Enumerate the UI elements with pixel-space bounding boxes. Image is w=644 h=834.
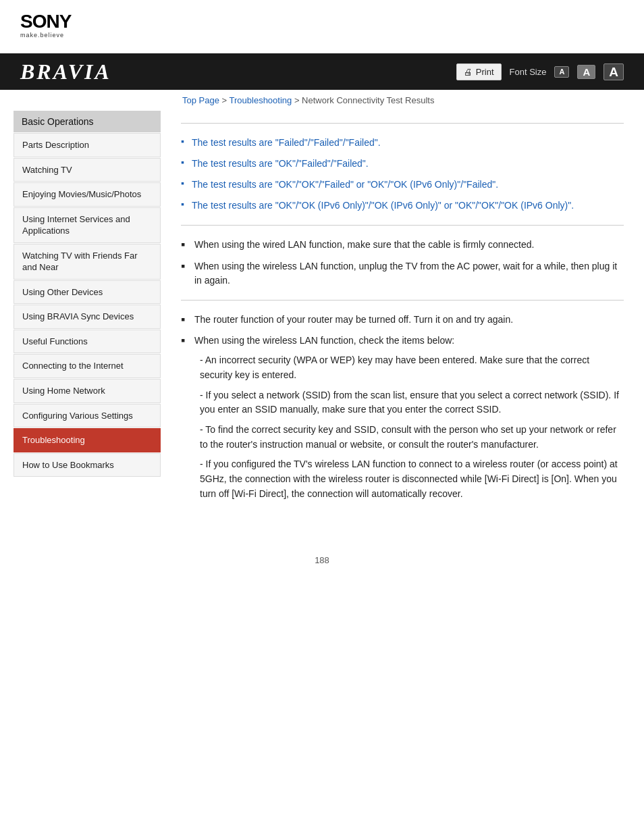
breadcrumb-sep2: >: [292, 95, 302, 105]
sidebar-item-useful-functions[interactable]: Useful Functions: [14, 330, 161, 354]
link-ok-ok-failed[interactable]: The test results are "OK"/"OK"/"Failed" …: [192, 179, 498, 190]
list-item[interactable]: The test results are "OK"/"Failed"/"Fail…: [181, 157, 624, 171]
sony-logo-text: SONY: [20, 12, 71, 31]
sub-bullet-5ghz: If you configured the TV's wireless LAN …: [194, 457, 624, 501]
print-icon: 🖨: [464, 67, 473, 77]
sidebar-item-internet-services[interactable]: Using Internet Services and Applications: [14, 207, 161, 243]
link-failed-failed-failed[interactable]: The test results are "Failed"/"Failed"/"…: [192, 137, 381, 148]
font-medium-button[interactable]: A: [577, 65, 595, 79]
link-ok-failed-failed[interactable]: The test results are "OK"/"Failed"/"Fail…: [192, 158, 369, 169]
toolbar-right: 🖨 Print Font Size A A A: [456, 63, 624, 80]
breadcrumb-sep1: >: [219, 95, 230, 105]
bravia-bar: BRAVIA 🖨 Print Font Size A A A: [0, 53, 644, 90]
breadcrumb: Top Page > Troubleshooting > Network Con…: [0, 90, 644, 111]
sidebar-item-watching-friends[interactable]: Watching TV with Friends Far and Near: [14, 244, 161, 280]
breadcrumb-troubleshooting[interactable]: Troubleshooting: [230, 95, 292, 105]
sidebar-item-home-network[interactable]: Using Home Network: [14, 379, 161, 403]
bullet-dot: ▪: [181, 259, 192, 288]
bravia-title: BRAVIA: [20, 59, 111, 84]
list-item[interactable]: The test results are "OK"/"OK"/"Failed" …: [181, 178, 624, 192]
sidebar-item-connecting-internet[interactable]: Connecting to the Internet: [14, 354, 161, 378]
list-item[interactable]: The test results are "OK"/"OK (IPv6 Only…: [181, 199, 624, 213]
sidebar-item-bravia-sync[interactable]: Using BRAVIA Sync Devices: [14, 305, 161, 329]
bullet-text-wireless-unplug: When using the wireless LAN function, un…: [194, 259, 624, 288]
section3-bullets: ▪ The router function of your router may…: [181, 313, 624, 507]
sidebar-section-troubleshooting[interactable]: Troubleshooting: [14, 428, 161, 452]
divider-section2: [181, 225, 624, 226]
print-button[interactable]: 🖨 Print: [456, 63, 502, 80]
sub-bullet-ssid: If you select a network (SSID) from the …: [194, 388, 624, 417]
breadcrumb-current: Network Connectivity Test Results: [302, 95, 434, 105]
bullet-text-wireless-check: When using the wireless LAN function, ch…: [194, 334, 624, 506]
sidebar-item-parts-description[interactable]: Parts Description: [14, 133, 161, 157]
bullet-text-router-off: The router function of your router may b…: [194, 313, 624, 328]
bullet-item: ▪ When using the wired LAN function, mak…: [181, 238, 624, 253]
font-small-button[interactable]: A: [554, 66, 569, 78]
bullet-dot: ▪: [181, 334, 192, 506]
main-layout: Basic Operations Parts Description Watch…: [0, 111, 644, 542]
bullet-item: ▪ The router function of your router may…: [181, 313, 624, 328]
link-list-section1: The test results are "Failed"/"Failed"/"…: [181, 136, 624, 213]
sony-logo: SONY make.believe: [20, 12, 71, 38]
bullet-text-wired: When using the wired LAN function, make …: [194, 238, 624, 253]
bullet-dot: ▪: [181, 313, 192, 328]
sidebar-item-configuring[interactable]: Configuring Various Settings: [14, 404, 161, 428]
sidebar-section-basic-ops[interactable]: Basic Operations: [14, 111, 161, 132]
print-label: Print: [476, 67, 494, 77]
breadcrumb-top-page[interactable]: Top Page: [182, 95, 219, 105]
bullet-item: ▪ When using the wireless LAN function, …: [181, 334, 624, 506]
top-header: SONY make.believe: [0, 0, 644, 45]
list-item[interactable]: The test results are "Failed"/"Failed"/"…: [181, 136, 624, 150]
link-ok-ipv6[interactable]: The test results are "OK"/"OK (IPv6 Only…: [192, 200, 574, 211]
sidebar-item-how-to-use[interactable]: How to Use Bookmarks: [14, 453, 161, 477]
font-large-button[interactable]: A: [603, 63, 624, 80]
bullet-item: ▪ When using the wireless LAN function, …: [181, 259, 624, 288]
content-area: The test results are "Failed"/"Failed"/"…: [167, 111, 644, 515]
divider-top: [181, 123, 624, 124]
sidebar: Basic Operations Parts Description Watch…: [0, 111, 167, 515]
divider-section3: [181, 300, 624, 301]
sidebar-item-watching-tv[interactable]: Watching TV: [14, 158, 161, 182]
bullet-dot: ▪: [181, 238, 192, 253]
sidebar-item-enjoying[interactable]: Enjoying Movies/Music/Photos: [14, 182, 161, 207]
sony-tagline: make.believe: [20, 32, 64, 38]
section2-bullets: ▪ When using the wired LAN function, mak…: [181, 238, 624, 288]
font-size-label: Font Size: [510, 67, 547, 77]
page-number: 188: [0, 542, 644, 579]
sub-bullet-consult: To find the correct security key and SSI…: [194, 423, 624, 452]
sidebar-item-other-devices[interactable]: Using Other Devices: [14, 280, 161, 305]
sub-bullet-wpa-wep: An incorrect security (WPA or WEP) key m…: [194, 353, 624, 382]
